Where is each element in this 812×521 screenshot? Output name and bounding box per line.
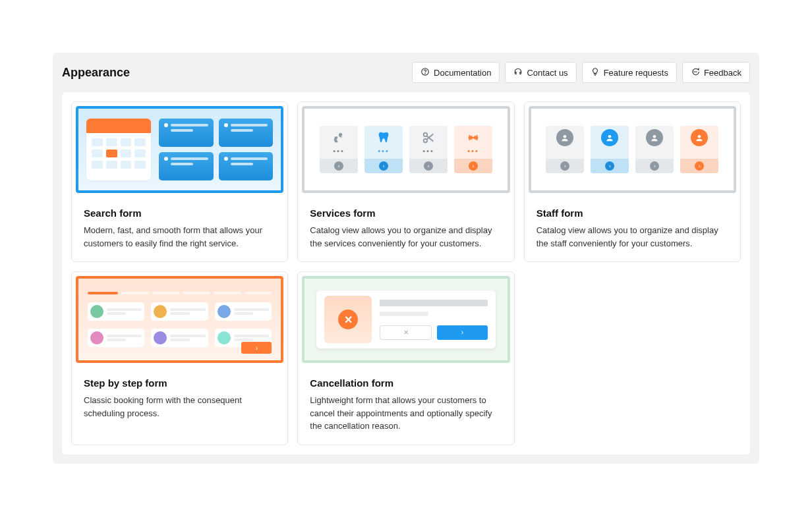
search-results-icon — [159, 119, 273, 180]
cancellation-illustration: ✕ ✕ › — [302, 276, 509, 363]
button-label: Contact us — [527, 69, 567, 77]
calendar-icon — [86, 119, 151, 180]
svg-point-9 — [653, 134, 656, 138]
staff-illustration: • › • › — [529, 106, 736, 193]
card-description: Classic booking form with the consequent… — [84, 394, 276, 420]
svg-point-1 — [425, 74, 426, 74]
page-title: Appearance — [62, 66, 130, 80]
card-description: Catalog view allows you to organize and … — [536, 224, 728, 250]
appearance-panel: Appearance Documentation Contact us — [53, 53, 759, 464]
avatar-icon — [556, 129, 573, 146]
avatar-icon — [646, 129, 663, 146]
card-body: Search form Modern, fast, and smooth for… — [72, 197, 287, 261]
header-actions: Documentation Contact us Feature request… — [412, 62, 750, 83]
card-services-form[interactable]: ••• › ••• › — [297, 101, 514, 262]
card-body: Cancellation form Lightweight form that … — [298, 367, 513, 445]
confirm-button-icon: › — [437, 325, 488, 340]
chat-icon — [691, 67, 700, 78]
card-illustration — [72, 102, 287, 197]
button-label: Feedback — [704, 69, 741, 77]
content-area: Search form Modern, fast, and smooth for… — [62, 92, 750, 454]
feedback-button[interactable]: Feedback — [682, 62, 750, 83]
contact-us-button[interactable]: Contact us — [505, 62, 576, 83]
card-title: Cancellation form — [310, 377, 502, 389]
svg-point-10 — [698, 134, 701, 138]
svg-point-3 — [695, 72, 696, 72]
card-title: Step by step form — [84, 377, 276, 389]
card-search-form[interactable]: Search form Modern, fast, and smooth for… — [71, 101, 288, 262]
panel-header: Appearance Documentation Contact us — [62, 62, 750, 83]
services-illustration: ••• › ••• › — [302, 106, 509, 193]
headset-icon — [513, 67, 523, 78]
progress-bar-icon — [88, 292, 272, 294]
dismiss-button-icon: ✕ — [380, 325, 432, 340]
card-body: Services form Catalog view allows you to… — [298, 197, 513, 261]
card-illustration: › — [72, 272, 287, 367]
card-description: Modern, fast, and smooth form that allow… — [84, 224, 276, 250]
card-illustration: • › • › — [525, 102, 740, 197]
scissors-icon — [421, 130, 436, 145]
lightbulb-icon — [591, 67, 600, 78]
svg-point-2 — [694, 72, 695, 72]
svg-point-4 — [696, 72, 697, 72]
cards-grid: Search form Modern, fast, and smooth for… — [71, 101, 741, 445]
card-body: Staff form Catalog view allows you to or… — [525, 197, 740, 261]
card-cancellation-form[interactable]: ✕ ✕ › — [297, 271, 514, 445]
documentation-button[interactable]: Documentation — [412, 62, 500, 83]
button-label: Documentation — [434, 69, 491, 77]
next-button-icon: › — [241, 342, 272, 354]
svg-point-8 — [608, 134, 612, 138]
card-title: Search form — [84, 207, 276, 219]
search-illustration — [76, 106, 283, 193]
avatar-icon — [601, 129, 618, 146]
feature-requests-button[interactable]: Feature requests — [582, 62, 677, 83]
help-circle-icon — [420, 67, 430, 78]
cancel-circle-icon: ✕ — [324, 296, 372, 343]
card-title: Services form — [310, 207, 502, 219]
card-staff-form[interactable]: • › • › — [524, 101, 741, 262]
step-by-step-illustration: › — [76, 276, 283, 363]
card-illustration: ✕ ✕ › — [298, 272, 513, 367]
page-container: Appearance Documentation Contact us — [0, 0, 812, 464]
tooth-icon — [376, 130, 391, 145]
avatar-icon — [691, 129, 708, 146]
card-step-by-step-form[interactable]: › Step by step form Classic booking form… — [71, 271, 288, 445]
card-description: Catalog view allows you to organize and … — [310, 224, 502, 250]
card-body: Step by step form Classic booking form w… — [72, 367, 287, 431]
car-repair-icon — [332, 130, 346, 145]
dumbbell-icon — [466, 130, 480, 145]
button-label: Feature requests — [604, 69, 668, 77]
svg-point-7 — [564, 134, 567, 138]
card-description: Lightweight form that allows your custom… — [310, 394, 502, 433]
card-illustration: ••• › ••• › — [298, 102, 513, 197]
card-title: Staff form — [536, 207, 728, 219]
